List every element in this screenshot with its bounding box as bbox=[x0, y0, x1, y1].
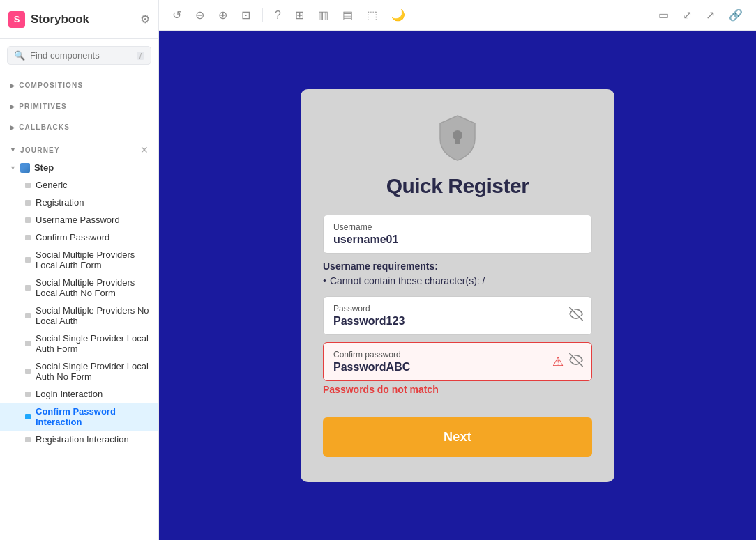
search-bar[interactable]: 🔍 / bbox=[7, 46, 151, 65]
item-dot bbox=[25, 392, 31, 397]
item-dot bbox=[25, 437, 31, 442]
compositions-header[interactable]: ▶ COMPOSITIONS bbox=[0, 72, 158, 93]
toggle-confirm-password-icon[interactable] bbox=[569, 353, 583, 370]
primitives-header[interactable]: ▶ PRIMITIVES bbox=[0, 93, 158, 114]
next-button[interactable]: Next bbox=[323, 417, 592, 457]
cube-icon bbox=[20, 163, 30, 173]
confirm-password-field-group: Confirm password PasswordABC ⚠ P bbox=[323, 342, 592, 405]
sidebar-item-generic[interactable]: Generic bbox=[0, 176, 158, 194]
password-value: Password123 bbox=[333, 315, 405, 327]
sidebar-item-social-single-local-form[interactable]: Social Single Provider Local Auth Form bbox=[0, 330, 158, 357]
fullscreen-icon[interactable]: ⤢ bbox=[681, 6, 694, 24]
zoom-out-icon[interactable]: ⊖ bbox=[193, 6, 206, 24]
columns-icon[interactable]: ▥ bbox=[316, 6, 331, 24]
sidebar-nav: ▶ COMPOSITIONS ▶ PRIMITIVES ▶ CALLBACKS … bbox=[0, 72, 158, 540]
journey-close-icon[interactable]: ✕ bbox=[140, 144, 149, 155]
main-area: ↺ ⊖ ⊕ ⊡ ? ⊞ ▥ ▤ ⬚ 🌙 ▭ ⤢ ↗ 🔗 Quick bbox=[159, 0, 756, 540]
toolbar-divider bbox=[262, 8, 263, 22]
chevron-right-icon: ▶ bbox=[10, 103, 15, 110]
grid-icon[interactable]: ⊞ bbox=[293, 6, 306, 24]
toggle-password-icon[interactable] bbox=[569, 307, 583, 324]
zoom-in-icon[interactable]: ⊕ bbox=[216, 6, 229, 24]
sidebar-logo: S Storybook bbox=[8, 11, 89, 28]
search-input[interactable] bbox=[30, 50, 132, 61]
external-link-icon[interactable]: ↗ bbox=[704, 6, 717, 24]
frame-icon[interactable]: ⬚ bbox=[365, 6, 379, 24]
sidebar-item-social-multi-no-local[interactable]: Social Multiple Providers No Local Auth bbox=[0, 302, 158, 330]
chevron-down-icon: ▼ bbox=[10, 164, 16, 171]
sidebar-item-login-interaction[interactable]: Login Interaction bbox=[0, 385, 158, 403]
chevron-right-icon: ▶ bbox=[10, 82, 15, 89]
canvas-area: Quick Register Username username01 Usern… bbox=[159, 31, 756, 540]
storybook-logo-icon: S bbox=[8, 11, 25, 28]
item-dot bbox=[25, 257, 31, 263]
gear-icon[interactable]: ⚙ bbox=[140, 13, 150, 26]
sidebar-item-registration[interactable]: Registration bbox=[0, 194, 158, 211]
username-value: username01 bbox=[333, 233, 398, 245]
requirements-box: Username requirements: Cannot contain th… bbox=[323, 261, 592, 286]
username-field-box[interactable]: Username username01 bbox=[323, 215, 592, 254]
confirm-password-value: PasswordABC bbox=[333, 361, 410, 373]
storybook-logo-text: Storybook bbox=[31, 13, 89, 26]
sidebar-item-registration-interaction[interactable]: Registration Interaction bbox=[0, 431, 158, 448]
requirements-title: Username requirements: bbox=[323, 261, 592, 272]
confirm-password-label: Confirm password bbox=[333, 350, 582, 360]
reset-icon[interactable]: ↺ bbox=[170, 6, 183, 24]
register-card: Quick Register Username username01 Usern… bbox=[301, 89, 614, 482]
username-field-group: Username username01 bbox=[323, 215, 592, 254]
sidebar-item-social-multi-local-no-form[interactable]: Social Multiple Providers Local Auth No … bbox=[0, 274, 158, 302]
requirements-item: Cannot contain these character(s): / bbox=[323, 275, 592, 286]
sidebar-item-social-multi-local-form[interactable]: Social Multiple Providers Local Auth For… bbox=[0, 246, 158, 274]
password-field-group: Password Password123 bbox=[323, 296, 592, 335]
sidebar-header: S Storybook ⚙ bbox=[0, 0, 158, 39]
sidebar-item-social-single-local-no-form[interactable]: Social Single Provider Local Auth No For… bbox=[0, 357, 158, 385]
sidebar-item-confirm-password[interactable]: Confirm Password bbox=[0, 229, 158, 246]
search-shortcut: / bbox=[137, 52, 144, 60]
confirm-password-field-box[interactable]: Confirm password PasswordABC ⚠ bbox=[323, 342, 592, 381]
card-title: Quick Register bbox=[386, 174, 529, 198]
confirm-password-icons: ⚠ bbox=[552, 353, 583, 370]
search-icon: 🔍 bbox=[14, 50, 25, 61]
item-dot bbox=[25, 200, 31, 206]
zoom-fit-icon[interactable]: ⊡ bbox=[239, 6, 252, 24]
password-label: Password bbox=[333, 304, 582, 314]
shield-container bbox=[437, 114, 478, 164]
item-dot bbox=[25, 235, 31, 240]
sidebar-item-username-password[interactable]: Username Password bbox=[0, 211, 158, 229]
sidebar-item-confirm-password-interaction[interactable]: Confirm Password Interaction bbox=[0, 403, 158, 431]
rows-icon[interactable]: ▤ bbox=[340, 6, 355, 24]
toolbar: ↺ ⊖ ⊕ ⊡ ? ⊞ ▥ ▤ ⬚ 🌙 ▭ ⤢ ↗ 🔗 bbox=[159, 0, 756, 31]
journey-title[interactable]: ▼ JOURNEY bbox=[10, 146, 60, 154]
sidebar-item-step[interactable]: ▼ Step bbox=[0, 159, 158, 176]
item-dot bbox=[25, 341, 31, 346]
password-icons bbox=[569, 307, 583, 324]
callbacks-header[interactable]: ▶ CALLBACKS bbox=[0, 114, 158, 134]
sidebar-toggle-icon[interactable]: ▭ bbox=[656, 6, 671, 24]
username-label: Username bbox=[333, 222, 582, 232]
item-dot bbox=[25, 183, 31, 188]
shield-icon bbox=[437, 114, 478, 162]
svg-rect-1 bbox=[455, 139, 460, 144]
svg-point-0 bbox=[453, 130, 462, 140]
chevron-right-icon: ▶ bbox=[10, 124, 15, 131]
error-icon: ⚠ bbox=[552, 354, 564, 369]
link-icon[interactable]: 🔗 bbox=[727, 6, 745, 24]
dark-mode-icon[interactable]: 🌙 bbox=[389, 6, 407, 24]
item-dot bbox=[25, 313, 31, 318]
sidebar: S Storybook ⚙ 🔍 / ▶ COMPOSITIONS ▶ PRIMI… bbox=[0, 0, 159, 540]
journey-header: ▼ JOURNEY ✕ bbox=[0, 134, 158, 159]
item-dot bbox=[25, 285, 31, 291]
item-dot bbox=[25, 217, 31, 223]
item-dot bbox=[25, 369, 31, 374]
password-field-box[interactable]: Password Password123 bbox=[323, 296, 592, 335]
error-message: Passwords do not match bbox=[323, 384, 592, 395]
chevron-down-icon: ▼ bbox=[10, 146, 17, 153]
item-dot bbox=[25, 414, 31, 419]
help-icon[interactable]: ? bbox=[273, 7, 283, 24]
